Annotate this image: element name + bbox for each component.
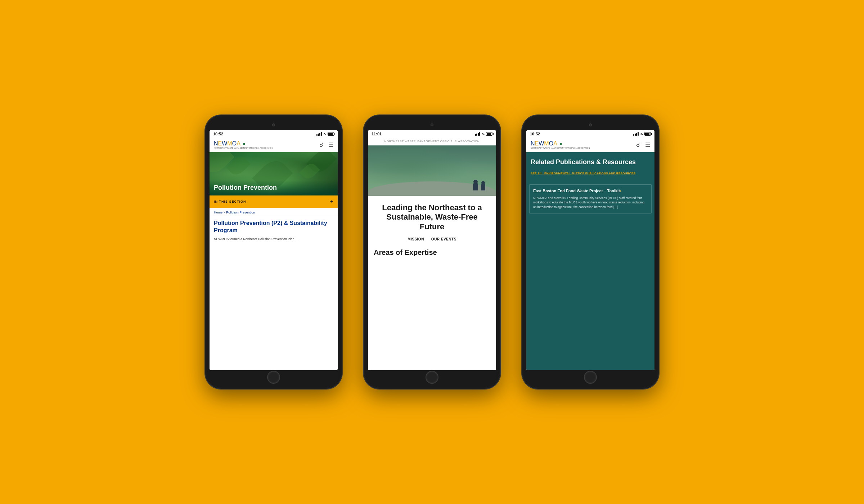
person-body-1 — [473, 183, 478, 190]
phone2-content: Leading the Northeast to a Sustainable, … — [368, 196, 496, 264]
section-nav-label-1: IN THIS SECTION — [214, 200, 246, 203]
phone2-section-title: Areas of Expertise — [374, 248, 490, 257]
phone-3-bottom — [526, 370, 654, 384]
phone3-card-arrow: › — [620, 189, 621, 193]
logo-subtitle-3: NORTHEAST WASTE MANAGEMENT OFFICIALS' AS… — [531, 147, 590, 149]
people-silhouette — [473, 180, 485, 190]
phone-2-top — [368, 120, 496, 130]
phone3-see-all-link[interactable]: SEE ALL ENVIRONMENTAL JUSTICE PUBLICATIO… — [531, 172, 635, 175]
logo-o-3: O — [549, 140, 553, 147]
status-bar-2: 11:01 ∿ — [368, 130, 496, 138]
phone3-card-body: NEWMOA and Maverick Landing Community Se… — [533, 196, 648, 210]
phone3-teal-area: Related Publications & Resources SEE ALL… — [526, 152, 654, 370]
phone-3: 10:52 ∿ NEWMOA ● N — [522, 115, 659, 389]
section-nav-1[interactable]: IN THIS SECTION + — [210, 195, 338, 208]
phone-1: 10:52 ∿ NEWMOA ● N — [205, 115, 342, 389]
breadcrumb-1: Home > Pollution Prevention — [214, 211, 333, 214]
status-icons-2: ∿ — [475, 132, 492, 136]
menu-icon-3[interactable]: ☰ — [645, 141, 650, 148]
status-bar-3: 10:52 ∿ — [526, 130, 654, 138]
phone2-link-mission[interactable]: MISSION — [408, 237, 424, 241]
logo-w: W — [222, 140, 227, 147]
battery-1 — [328, 132, 334, 136]
logo-w-3: W — [539, 140, 544, 147]
bar1-3 — [633, 134, 634, 136]
phone-1-top — [210, 120, 338, 130]
phone-3-screen: 10:52 ∿ NEWMOA ● N — [526, 130, 654, 370]
signal-bars-3 — [633, 132, 639, 136]
org-label: NORTHEAST WASTE MANAGEMENT OFFICIALS' AS… — [384, 140, 480, 143]
home-button-3[interactable] — [584, 371, 597, 384]
camera-2 — [431, 123, 433, 126]
bar1-2 — [475, 134, 476, 136]
battery-inner-2 — [487, 133, 491, 135]
logo-a: A — [237, 140, 240, 147]
phone-2-bottom — [368, 370, 496, 384]
nav-icons-3: ☌ ☰ — [636, 141, 650, 148]
phone-1-screen: 10:52 ∿ NEWMOA ● N — [210, 130, 338, 370]
logo-n-3: N — [531, 140, 535, 147]
logo-m: M — [227, 140, 232, 147]
hero-title-1: Pollution Prevention — [214, 184, 333, 192]
person-body-2 — [481, 184, 485, 190]
logo-text-1: NEWMOA ● — [214, 140, 273, 147]
phone3-header-title: Related Publications & Resources — [531, 158, 650, 166]
bar2-2 — [476, 134, 477, 136]
breadcrumb-area-1: Home > Pollution Prevention — [210, 208, 338, 216]
signal-bars-1 — [316, 132, 322, 136]
bar3-3 — [636, 133, 637, 136]
hero-image-2 — [368, 145, 496, 196]
logo-3: NEWMOA ● NORTHEAST WASTE MANAGEMENT OFFI… — [531, 140, 590, 149]
logo-m-3: M — [544, 140, 549, 147]
nav-bar-3: NEWMOA ● NORTHEAST WASTE MANAGEMENT OFFI… — [526, 138, 654, 152]
bar2 — [318, 134, 319, 136]
search-icon-3[interactable]: ☌ — [636, 141, 640, 148]
phone3-card: East Boston End Food Waste Project – Too… — [529, 184, 652, 213]
nav-bar-1: NEWMOA ● NORTHEAST WASTE MANAGEMENT OFFI… — [210, 138, 338, 152]
status-bar-1: 10:52 ∿ — [210, 130, 338, 138]
phone3-card-title-text: East Boston End Food Waste Project – Too… — [533, 189, 620, 193]
section-nav-plus-1[interactable]: + — [330, 198, 333, 205]
bar4-3 — [638, 132, 639, 136]
home-button-2[interactable] — [426, 371, 438, 384]
wifi-icon-2: ∿ — [482, 132, 485, 136]
bar1 — [316, 134, 318, 136]
person-1 — [473, 180, 478, 190]
bar2-3 — [635, 134, 636, 136]
content-area-1: Pollution Prevention (P2) & Sustainabili… — [210, 216, 338, 370]
logo-1: NEWMOA ● NORTHEAST WASTE MANAGEMENT OFFI… — [214, 140, 273, 149]
hero-overlay-1: Pollution Prevention — [210, 180, 338, 195]
nav-icons-1: ☌ ☰ — [319, 141, 333, 148]
wifi-icon-1: ∿ — [323, 132, 326, 136]
search-icon-1[interactable]: ☌ — [319, 141, 323, 148]
time-1: 10:52 — [213, 132, 223, 136]
phone2-links: MISSION OUR EVENTS — [374, 237, 490, 241]
bar4-2 — [479, 132, 480, 136]
phone3-card-title: East Boston End Food Waste Project – Too… — [533, 188, 648, 193]
hero-image-1: Pollution Prevention — [210, 152, 338, 195]
logo-subtitle-1: NORTHEAST WASTE MANAGEMENT OFFICIALS' AS… — [214, 147, 273, 149]
home-button-1[interactable] — [267, 371, 280, 384]
breadcrumb-current[interactable]: Pollution Prevention — [226, 211, 255, 214]
camera-3 — [589, 123, 592, 126]
logo-text-3: NEWMOA ● — [531, 140, 590, 147]
phone3-header: Related Publications & Resources SEE ALL… — [526, 152, 654, 181]
phone2-link-events[interactable]: OUR EVENTS — [431, 237, 456, 241]
time-3: 10:52 — [530, 132, 540, 136]
status-icons-3: ∿ — [633, 132, 651, 136]
time-2: 11:01 — [372, 132, 382, 136]
menu-icon-1[interactable]: ☰ — [328, 141, 333, 148]
person-2 — [481, 181, 485, 190]
logo-o: O — [232, 140, 237, 147]
logo-circle-3: ● — [559, 141, 562, 147]
phone-1-bottom — [210, 370, 338, 384]
battery-2 — [486, 132, 492, 136]
logo-e-3: E — [535, 140, 539, 147]
wifi-icon-3: ∿ — [640, 132, 643, 136]
content-body-1: NEWMOA formed a Northeast Pollution Prev… — [214, 237, 333, 242]
camera-1 — [272, 123, 275, 126]
breadcrumb-home[interactable]: Home — [214, 211, 222, 214]
logo-circle: ● — [242, 141, 245, 147]
battery-inner-1 — [328, 133, 333, 135]
phone-3-top — [526, 120, 654, 130]
